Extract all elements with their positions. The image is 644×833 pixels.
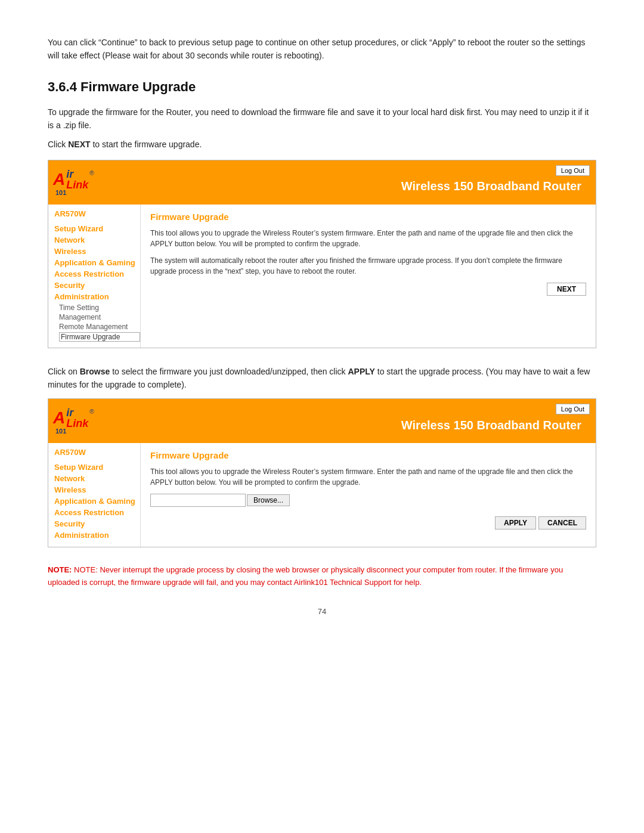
- logo-irlink: ir Link: [66, 169, 88, 190]
- router-body-2: AR570W Setup Wizard Network Wireless App…: [48, 443, 596, 547]
- apply-button[interactable]: APPLY: [495, 516, 536, 529]
- sidebar-app-gaming-1[interactable]: Application & Gaming: [54, 258, 140, 267]
- intro-paragraph: You can click “Continue” to back to prev…: [48, 36, 596, 63]
- sidebar-access-restriction-1[interactable]: Access Restriction: [54, 270, 140, 278]
- sidebar-network-1[interactable]: Network: [54, 236, 140, 244]
- router-header-2: A ir Link ® 101 Wireless 150 Broadband R…: [48, 399, 596, 443]
- sidebar-firmware-upgrade-1[interactable]: Firmware Upgrade: [59, 332, 140, 342]
- section-heading: 3.6.4 Firmware Upgrade: [48, 79, 596, 95]
- body-text-1: To upgrade the firmware for the Router, …: [48, 106, 596, 132]
- sidebar-app-gaming-2[interactable]: Application & Gaming: [54, 497, 140, 506]
- next-button[interactable]: NEXT: [547, 283, 586, 296]
- sidebar-setup-wizard-2[interactable]: Setup Wizard: [54, 463, 140, 472]
- content-desc2-1: The system will automatically reboot the…: [150, 255, 586, 277]
- sidebar-time-setting-1[interactable]: Time Setting: [59, 304, 140, 312]
- airlink-logo-1: A ir Link ® 101: [48, 165, 99, 200]
- cancel-button[interactable]: CANCEL: [538, 516, 586, 529]
- logo-irlink-2: ir Link: [66, 407, 88, 429]
- logo-star-2: ®: [89, 408, 94, 415]
- model-label-2: AR570W: [54, 448, 140, 457]
- logout-button-1[interactable]: Log Out: [556, 165, 590, 176]
- logo-star: ®: [89, 170, 94, 176]
- content-desc1-1: This tool allows you to upgrade the Wire…: [150, 228, 586, 249]
- router-ui-2: A ir Link ® 101 Wireless 150 Broadband R…: [48, 398, 596, 547]
- router-ui-1: A ir Link ® 101 Wireless 150 Broadband R…: [48, 160, 596, 348]
- main-content-2: Firmware Upgrade This tool allows you to…: [141, 443, 596, 547]
- router-header-1: A ir Link ® 101 Wireless 150 Broadband R…: [48, 160, 596, 205]
- click-browse-text: Click on Browse to select the firmware y…: [48, 365, 596, 392]
- sidebar-access-restriction-2[interactable]: Access Restriction: [54, 508, 140, 517]
- sidebar-remote-management-1[interactable]: Remote Management: [59, 323, 140, 331]
- router-header-title-1: Wireless 150 Broadband Router: [99, 171, 589, 193]
- sidebar-security-1[interactable]: Security: [54, 281, 140, 290]
- sidebar-network-2[interactable]: Network: [54, 474, 140, 483]
- next-btn-row: NEXT: [150, 283, 586, 296]
- router-body-1: AR570W Setup Wizard Network Wireless App…: [48, 205, 596, 348]
- sidebar-management-1[interactable]: Management: [59, 313, 140, 321]
- note-text: NOTE: NOTE: Never interrupt the upgrade …: [48, 564, 596, 589]
- click-next-text: Click NEXT to start the firmware upgrade…: [48, 140, 596, 149]
- browse-button[interactable]: Browse...: [247, 494, 290, 506]
- browse-input[interactable]: [150, 494, 246, 507]
- main-content-1: Firmware Upgrade This tool allows you to…: [141, 205, 596, 348]
- sidebar-setup-wizard-1[interactable]: Setup Wizard: [54, 224, 140, 233]
- content-title-1: Firmware Upgrade: [150, 212, 586, 222]
- content-desc1-2: This tool allows you to upgrade the Wire…: [150, 466, 586, 488]
- sidebar-2: AR570W Setup Wizard Network Wireless App…: [48, 443, 141, 547]
- sidebar-administration-1[interactable]: Administration: [54, 292, 140, 301]
- browse-row: Browse...: [150, 494, 586, 507]
- logo-a-letter-2: A: [53, 410, 65, 426]
- sidebar-administration-2[interactable]: Administration: [54, 531, 140, 540]
- sidebar-1: AR570W Setup Wizard Network Wireless App…: [48, 205, 141, 348]
- logo-101: 101: [55, 189, 66, 196]
- model-label-1: AR570W: [54, 209, 140, 218]
- page-number: 74: [48, 607, 596, 616]
- airlink-logo-2: A ir Link ® 101: [48, 404, 99, 438]
- sidebar-wireless-2[interactable]: Wireless: [54, 485, 140, 494]
- logo-101-2: 101: [55, 428, 66, 435]
- sidebar-security-2[interactable]: Security: [54, 519, 140, 528]
- router-header-title-2: Wireless 150 Broadband Router: [99, 410, 589, 432]
- content-title-2: Firmware Upgrade: [150, 450, 586, 460]
- logout-button-2[interactable]: Log Out: [556, 404, 590, 414]
- apply-cancel-row: APPLY CANCEL: [150, 516, 586, 529]
- sidebar-wireless-1[interactable]: Wireless: [54, 247, 140, 256]
- logo-a-letter: A: [53, 171, 65, 188]
